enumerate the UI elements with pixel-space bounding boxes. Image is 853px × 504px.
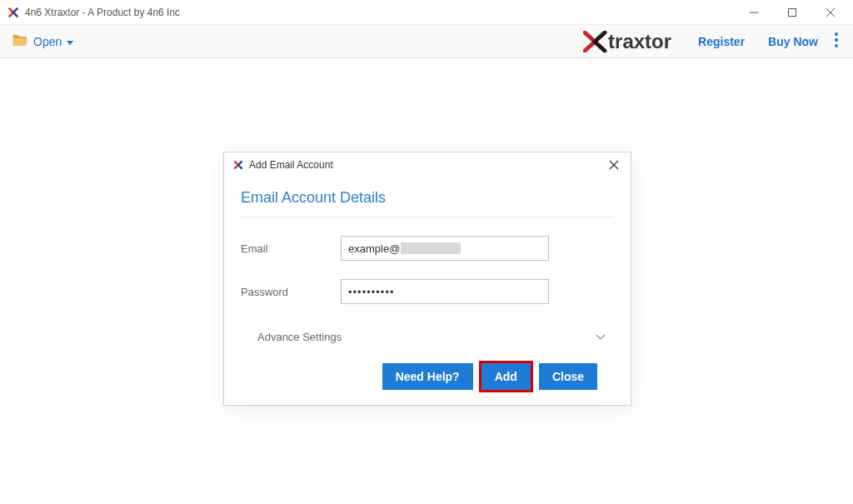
dialog-title: Add Email Account [249,159,606,171]
password-label: Password [241,286,341,298]
dialog-titlebar: Add Email Account [224,152,631,177]
advance-settings-toggle[interactable]: Advance Settings [241,331,614,343]
close-window-button[interactable] [811,0,850,25]
main-toolbar: Open traxtor Register Buy Now [0,25,853,58]
close-button[interactable]: Close [539,363,597,390]
open-button[interactable]: Open [12,33,73,49]
dialog-body: Email Account Details Email Password Adv… [224,177,631,405]
app-icon [7,6,20,19]
redacted-overlay [401,242,461,254]
section-title: Email Account Details [241,177,614,217]
minimize-button[interactable] [735,0,773,25]
folder-open-icon [12,33,28,49]
dialog-footer: Need Help? Add Close [241,343,614,390]
svg-point-6 [835,44,838,47]
advance-settings-label: Advance Settings [257,331,342,343]
window-titlebar: 4n6 Xtraxtor - A Product by 4n6 Inc [0,0,853,25]
open-label: Open [33,35,62,48]
add-button[interactable]: Add [481,363,531,390]
register-link[interactable]: Register [698,35,745,48]
svg-rect-1 [789,8,796,16]
chevron-down-icon [67,35,73,48]
email-row: Email [241,236,614,261]
svg-point-4 [835,32,838,36]
buy-now-link[interactable]: Buy Now [768,35,818,48]
password-row: Password [241,279,614,304]
brand-logo: traxtor [583,30,671,53]
maximize-button[interactable] [773,0,811,25]
email-label: Email [241,242,341,255]
window-title: 4n6 Xtraxtor - A Product by 4n6 Inc [25,7,735,18]
dialog-close-button[interactable] [606,157,622,173]
chevron-down-icon [596,331,606,343]
more-menu-icon[interactable] [831,32,841,51]
window-controls [735,0,850,25]
brand-text: traxtor [608,30,671,53]
password-field[interactable] [341,279,549,304]
svg-point-5 [835,38,838,42]
add-email-account-dialog: Add Email Account Email Account Details … [223,152,631,406]
dialog-app-icon [232,159,244,171]
brand-x-icon [583,31,608,52]
need-help-button[interactable]: Need Help? [382,363,473,390]
